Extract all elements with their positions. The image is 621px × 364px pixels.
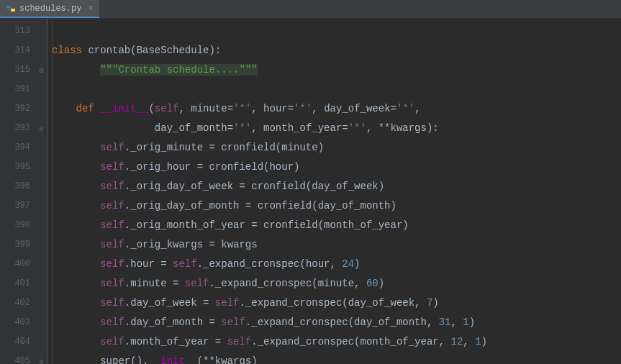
code-line[interactable]: self.minute = self._expand_cronspec(minu… bbox=[52, 274, 621, 294]
line-number: 315 bbox=[0, 60, 36, 80]
fold-marker bbox=[36, 274, 47, 294]
code-line[interactable]: self.day_of_month = self._expand_cronspe… bbox=[52, 313, 621, 332]
line-number: 395 bbox=[0, 158, 36, 177]
fold-marker bbox=[36, 177, 47, 196]
line-number: 393 bbox=[0, 119, 36, 138]
tab-bar: schedules.py × bbox=[0, 0, 621, 19]
code-line[interactable]: """Crontab schedule....""" bbox=[52, 60, 621, 80]
code-line[interactable]: day_of_month='*', month_of_year='*', **k… bbox=[52, 119, 621, 138]
fold-marker bbox=[36, 294, 47, 313]
code-line[interactable]: self.hour = self._expand_cronspec(hour, … bbox=[52, 255, 621, 274]
code-line[interactable]: def __init__(self, minute='*', hour='*',… bbox=[52, 99, 621, 119]
fold-marker bbox=[36, 99, 47, 119]
code-line[interactable]: self.month_of_year = self._expand_cronsp… bbox=[52, 332, 621, 352]
line-number: 404 bbox=[0, 332, 36, 352]
fold-marker bbox=[36, 332, 47, 352]
fold-marker bbox=[36, 255, 47, 274]
fold-marker bbox=[36, 235, 47, 255]
fold-marker bbox=[36, 22, 47, 41]
code-line[interactable] bbox=[52, 80, 621, 99]
line-number: 314 bbox=[0, 41, 36, 60]
line-number: 396 bbox=[0, 177, 36, 196]
line-number: 394 bbox=[0, 138, 36, 158]
code-line[interactable]: self._orig_month_of_year = cronfield(mon… bbox=[52, 216, 621, 235]
code-line[interactable]: self.day_of_week = self._expand_cronspec… bbox=[52, 294, 621, 313]
line-number: 391 bbox=[0, 80, 36, 99]
code-line[interactable]: self._orig_day_of_week = cronfield(day_o… bbox=[52, 177, 621, 196]
python-file-icon bbox=[6, 4, 16, 14]
fold-collapse-icon[interactable]: ⊖ bbox=[36, 352, 47, 364]
fold-marker bbox=[36, 41, 47, 60]
svg-rect-1 bbox=[11, 9, 15, 12]
line-number: 313 bbox=[0, 22, 36, 41]
line-number: 397 bbox=[0, 196, 36, 216]
fold-expand-icon[interactable]: ⊞ bbox=[36, 60, 47, 80]
tab-filename: schedules.py bbox=[19, 4, 81, 14]
code-line[interactable] bbox=[52, 22, 621, 41]
code-line[interactable]: super().__init__(**kwargs) bbox=[52, 352, 621, 364]
line-number: 402 bbox=[0, 294, 36, 313]
code-line[interactable]: class crontab(BaseSchedule): bbox=[52, 41, 621, 60]
code-line[interactable]: self._orig_day_of_month = cronfield(day_… bbox=[52, 196, 621, 216]
fold-marker bbox=[36, 196, 47, 216]
fold-marker bbox=[36, 80, 47, 99]
line-number-gutter: 313 314 315 391 392 393 394 395 396 397 … bbox=[0, 19, 36, 364]
fold-collapse-icon[interactable]: ⊖ bbox=[36, 119, 47, 138]
line-number: 401 bbox=[0, 274, 36, 294]
file-tab[interactable]: schedules.py × bbox=[0, 0, 99, 18]
code-line[interactable]: self._orig_kwargs = kwargs bbox=[52, 235, 621, 255]
close-icon[interactable]: × bbox=[88, 4, 93, 14]
line-number: 403 bbox=[0, 313, 36, 332]
code-editor[interactable]: 313 314 315 391 392 393 394 395 396 397 … bbox=[0, 19, 621, 364]
code-line[interactable]: self._orig_hour = cronfield(hour) bbox=[52, 158, 621, 177]
line-number: 398 bbox=[0, 216, 36, 235]
line-number: 399 bbox=[0, 235, 36, 255]
code-area[interactable]: class crontab(BaseSchedule): """Crontab … bbox=[47, 19, 621, 364]
line-number: 392 bbox=[0, 99, 36, 119]
fold-marker bbox=[36, 313, 47, 332]
fold-marker bbox=[36, 216, 47, 235]
line-number: 400 bbox=[0, 255, 36, 274]
line-number: 405 bbox=[0, 352, 36, 364]
fold-marker bbox=[36, 138, 47, 158]
code-line[interactable]: self._orig_minute = cronfield(minute) bbox=[52, 138, 621, 158]
fold-gutter: ⊞ ⊖ ⊖ bbox=[36, 19, 47, 364]
svg-rect-0 bbox=[6, 6, 11, 9]
fold-marker bbox=[36, 158, 47, 177]
